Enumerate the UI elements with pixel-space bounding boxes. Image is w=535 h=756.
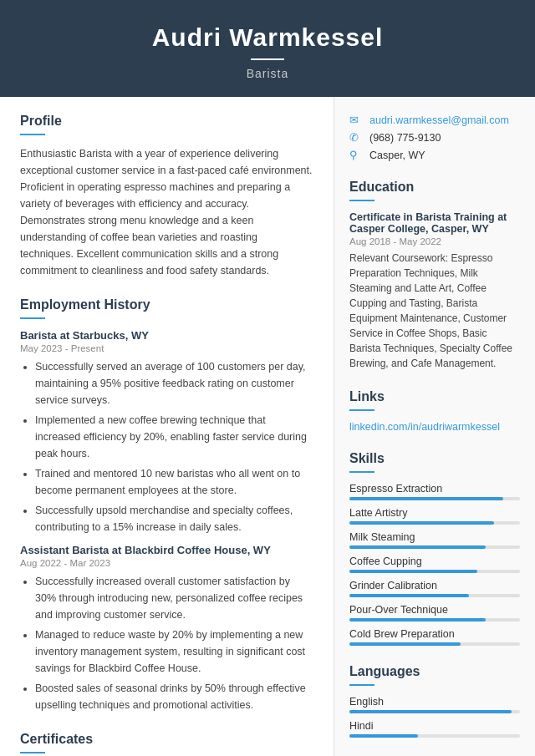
lang-name-1: Hindi (349, 720, 520, 732)
lang-item-0: English (349, 696, 520, 713)
skill-name-5: Pour-Over Technique (349, 604, 520, 616)
job-bullets-1: Successfully increased overall customer … (20, 573, 313, 713)
skills-title: Skills (349, 451, 520, 466)
left-column: Profile Enthusiastic Barista with a year… (0, 97, 334, 756)
skill-bar-bg-1 (349, 521, 520, 525)
links-title: Links (349, 389, 520, 404)
job-title-0: Barista at Starbucks, WY (20, 329, 313, 342)
skills-section: Skills Espresso Extraction Latte Artistr… (349, 451, 520, 646)
email-link[interactable]: audri.warmkessel@gmail.com (369, 114, 509, 126)
links-underline (349, 409, 374, 411)
skill-item-4: Grinder Calibration (349, 580, 520, 597)
job-bullet-0-2: Trained and mentored 10 new baristas who… (35, 465, 313, 499)
skill-name-2: Milk Steaming (349, 531, 520, 543)
skill-bar-bg-5 (349, 618, 520, 622)
skill-bar-bg-6 (349, 642, 520, 646)
languages-title: Languages (349, 664, 520, 679)
lang-bar-bg-0 (349, 710, 520, 713)
job-bullet-0-1: Implemented a new coffee brewing techniq… (35, 412, 313, 462)
skills-underline (349, 471, 374, 473)
job-bullet-0-3: Successfully upsold merchandise and spec… (35, 502, 313, 535)
job-bullet-0-0: Successfully served an average of 100 cu… (35, 358, 313, 408)
edu-date: Aug 2018 - May 2022 (349, 236, 520, 246)
skill-item-3: Coffee Cupping (349, 556, 520, 573)
education-title: Education (349, 180, 520, 195)
phone-item: ✆ (968) 775-9130 (349, 131, 520, 144)
edu-degree: Certificate in Barista Training at Caspe… (349, 211, 520, 235)
right-column: ✉ audri.warmkessel@gmail.com ✆ (968) 775… (334, 97, 535, 756)
candidate-title: Barista (17, 67, 518, 80)
job-bullets-0: Successfully served an average of 100 cu… (20, 358, 313, 535)
main-content: Profile Enthusiastic Barista with a year… (0, 97, 535, 756)
job-bullet-1-0: Successfully increased overall customer … (35, 573, 313, 623)
skill-bar-fill-4 (349, 594, 469, 597)
skill-name-1: Latte Artistry (349, 507, 520, 519)
candidate-name: Audri Warmkessel (17, 23, 518, 52)
phone-text: (968) 775-9130 (369, 132, 441, 144)
skill-item-2: Milk Steaming (349, 531, 520, 549)
languages-section: Languages English Hindi (349, 664, 520, 738)
skill-item-1: Latte Artistry (349, 507, 520, 525)
employment-title: Employment History (20, 297, 313, 312)
skill-bar-bg-3 (349, 570, 520, 573)
job-bullet-1-2: Boosted sales of seasonal drinks by 50% … (35, 680, 313, 713)
location-item: ⚲ Casper, WY (349, 149, 520, 161)
profile-text: Enthusiastic Barista with a year of expe… (20, 145, 313, 279)
linkedin-link[interactable]: linkedin.com/in/audriwarmkessel (349, 421, 520, 433)
skill-bar-bg-0 (349, 497, 520, 500)
edu-details: Relevant Coursework: Espresso Preparatio… (349, 251, 520, 371)
skill-bar-fill-2 (349, 545, 486, 549)
job-bullet-1-1: Managed to reduce waste by 20% by implem… (35, 627, 313, 677)
email-icon: ✉ (349, 114, 364, 126)
skill-name-6: Cold Brew Preparation (349, 628, 520, 640)
links-section: Links linkedin.com/in/audriwarmkessel (349, 389, 520, 433)
email-item: ✉ audri.warmkessel@gmail.com (349, 114, 520, 126)
skill-bar-bg-2 (349, 545, 520, 549)
skills-container: Espresso Extraction Latte Artistry Milk … (349, 483, 520, 646)
skill-item-6: Cold Brew Preparation (349, 628, 520, 646)
languages-container: English Hindi (349, 696, 520, 738)
job-item-1: Assistant Barista at Blackbird Coffee Ho… (20, 544, 313, 713)
profile-underline (20, 134, 45, 135)
skill-name-4: Grinder Calibration (349, 580, 520, 591)
skill-name-3: Coffee Cupping (349, 556, 520, 567)
skill-bar-fill-5 (349, 618, 486, 622)
certificates-title: Certificates (20, 732, 313, 747)
job-date-0: May 2023 - Present (20, 343, 313, 353)
lang-item-1: Hindi (349, 720, 520, 738)
job-title-1: Assistant Barista at Blackbird Coffee Ho… (20, 544, 313, 556)
education-underline (349, 200, 374, 201)
skill-item-5: Pour-Over Technique (349, 604, 520, 622)
job-item-0: Barista at Starbucks, WY May 2023 - Pres… (20, 329, 313, 535)
skill-item-0: Espresso Extraction (349, 483, 520, 500)
skill-name-0: Espresso Extraction (349, 483, 520, 495)
skill-bar-fill-3 (349, 570, 477, 573)
skill-bar-fill-6 (349, 642, 461, 646)
location-text: Casper, WY (369, 150, 425, 161)
certificates-section: Certificates Specialty Coffee Associatio… (20, 732, 313, 756)
resume-header: Audri Warmkessel Barista (0, 0, 535, 97)
lang-bar-bg-1 (349, 734, 520, 738)
phone-icon: ✆ (349, 131, 364, 144)
employment-underline (20, 317, 45, 319)
lang-name-0: English (349, 696, 520, 708)
skill-bar-fill-0 (349, 497, 503, 500)
employment-section: Employment History Barista at Starbucks,… (20, 297, 313, 713)
languages-underline (349, 684, 374, 686)
lang-bar-fill-1 (349, 734, 418, 738)
certificates-underline (20, 752, 45, 753)
header-divider (251, 58, 284, 60)
skill-bar-fill-1 (349, 521, 494, 525)
profile-section: Profile Enthusiastic Barista with a year… (20, 114, 313, 279)
profile-title: Profile (20, 114, 313, 129)
job-date-1: Aug 2022 - Mar 2023 (20, 558, 313, 568)
lang-bar-fill-0 (349, 710, 512, 713)
education-section: Education Certificate in Barista Trainin… (349, 180, 520, 371)
skill-bar-bg-4 (349, 594, 520, 597)
contact-section: ✉ audri.warmkessel@gmail.com ✆ (968) 775… (349, 114, 520, 161)
location-icon: ⚲ (349, 149, 364, 161)
